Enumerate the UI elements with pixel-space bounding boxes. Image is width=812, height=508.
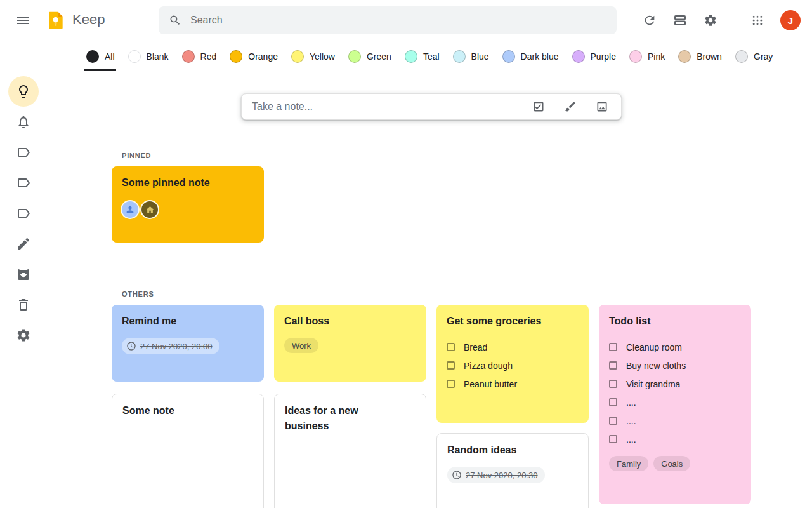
keep-logo-icon (46, 10, 66, 30)
checkbox-unchecked[interactable] (609, 417, 617, 425)
checkbox-unchecked[interactable] (447, 343, 455, 351)
sidebar-item-notes[interactable] (8, 76, 39, 107)
filter-blue[interactable]: Blue (453, 48, 489, 65)
checklist-item: Peanut butter (447, 375, 579, 393)
refresh-icon (643, 13, 657, 27)
sidebar-item-reminders[interactable] (8, 107, 39, 137)
pencil-icon (16, 236, 31, 251)
app-title: Keep (72, 11, 105, 28)
account-avatar[interactable]: J (780, 10, 801, 30)
color-swatch (348, 50, 361, 63)
checkbox-unchecked[interactable] (609, 343, 617, 351)
sidebar-item-label-2[interactable] (8, 168, 39, 198)
checklist: Cleanup room Buy new cloths Visit grandm… (609, 338, 741, 448)
bell-icon (16, 114, 31, 130)
label-icon (16, 145, 31, 160)
color-swatch (629, 50, 642, 63)
reminder-text: 27 Nov 2020, 20:30 (466, 471, 537, 480)
filter-brown[interactable]: Brown (678, 48, 722, 65)
sidebar-item-settings[interactable] (8, 320, 39, 351)
note-title: Some note (122, 403, 253, 418)
checklist-item: .... (609, 430, 741, 448)
note-remind-me[interactable]: Remind me 27 Nov 2020, 20:00 (112, 305, 264, 382)
note-random-ideas[interactable]: Random ideas 27 Nov 2020, 20:30 (436, 433, 589, 508)
filter-blank[interactable]: Blank (128, 48, 169, 65)
filter-gray[interactable]: Gray (735, 48, 773, 65)
reminder-chip[interactable]: 27 Nov 2020, 20:30 (447, 467, 545, 483)
checkbox-unchecked[interactable] (609, 435, 617, 443)
google-apps-button[interactable] (745, 8, 770, 33)
checklist: Bread Pizza dough Peanut butter (447, 338, 579, 393)
filter-all[interactable]: All (86, 48, 115, 65)
filter-purple[interactable]: Purple (572, 48, 616, 65)
trash-icon (16, 297, 31, 312)
label-icon (16, 175, 31, 190)
gear-icon (704, 13, 717, 27)
note-call-boss[interactable]: Call boss Work (274, 305, 426, 382)
reminder-chip[interactable]: 27 Nov 2020, 20:00 (122, 338, 219, 354)
label-chip-work[interactable]: Work (284, 338, 318, 353)
new-list-icon (532, 100, 545, 113)
take-a-note-box[interactable]: Take a note... (241, 93, 622, 120)
new-image-button[interactable] (589, 94, 615, 119)
filter-yellow[interactable]: Yellow (291, 48, 335, 65)
app-header: Keep J (0, 0, 812, 41)
color-swatch (678, 50, 691, 63)
checkbox-unchecked[interactable] (447, 380, 455, 388)
checklist-item: Bread (447, 338, 579, 356)
color-swatch (128, 50, 141, 63)
note-title: Todo list (609, 314, 741, 329)
filter-orange[interactable]: Orange (230, 48, 278, 65)
note-some-pinned-note[interactable]: Some pinned note (112, 166, 264, 243)
note-todo-list[interactable]: Todo list Cleanup room Buy new cloths Vi… (599, 305, 751, 504)
search-input[interactable] (190, 15, 617, 26)
filter-teal[interactable]: Teal (405, 48, 440, 65)
clock-icon (452, 470, 462, 480)
color-swatch (182, 50, 195, 63)
collaborators (122, 201, 254, 218)
label-chips: Family Goals (609, 456, 741, 471)
label-icon (16, 206, 31, 221)
filter-red[interactable]: Red (182, 48, 217, 65)
refresh-button[interactable] (637, 8, 662, 33)
note-some-note[interactable]: Some note (112, 394, 264, 508)
family-avatar (141, 201, 158, 218)
list-view-toggle-button[interactable] (667, 8, 693, 33)
sidebar-item-archive[interactable] (8, 259, 39, 290)
color-swatch (502, 50, 515, 63)
label-chip-goals[interactable]: Goals (653, 456, 690, 471)
checkbox-unchecked[interactable] (609, 380, 617, 388)
checkbox-unchecked[interactable] (609, 361, 617, 370)
color-swatch (572, 50, 585, 63)
lightbulb-icon (16, 84, 31, 99)
main-menu-button[interactable] (8, 5, 38, 36)
checklist-item: .... (609, 393, 741, 411)
home-icon (145, 205, 155, 215)
search-bar[interactable] (159, 6, 617, 34)
color-swatch (86, 50, 99, 63)
sidebar-item-label-1[interactable] (8, 137, 39, 168)
color-swatch (453, 50, 466, 63)
checkbox-unchecked[interactable] (609, 398, 617, 406)
search-icon (169, 14, 181, 27)
settings-button[interactable] (698, 8, 723, 33)
filter-dark-blue[interactable]: Dark blue (502, 48, 559, 65)
checkbox-unchecked[interactable] (447, 361, 455, 370)
sidebar-item-trash[interactable] (8, 290, 39, 320)
new-drawing-button[interactable] (558, 94, 583, 119)
new-image-icon (596, 100, 608, 113)
new-list-button[interactable] (526, 94, 551, 119)
note-ideas-for-a-new-business[interactable]: Ideas for a new business (274, 394, 426, 508)
filter-green[interactable]: Green (348, 48, 391, 65)
sidebar-item-label-3[interactable] (8, 198, 39, 229)
sidebar-item-edit-labels[interactable] (8, 229, 39, 259)
label-chips: Work (284, 338, 416, 353)
checklist-item: Visit grandma (609, 375, 741, 393)
note-title: Get some groceries (447, 314, 579, 329)
apps-grid-icon (751, 14, 764, 27)
filter-pink[interactable]: Pink (629, 48, 665, 65)
clock-icon (126, 341, 136, 351)
checklist-item: Pizza dough (447, 356, 579, 375)
note-get-some-groceries[interactable]: Get some groceries Bread Pizza dough Pea… (436, 305, 589, 423)
label-chip-family[interactable]: Family (609, 456, 648, 471)
